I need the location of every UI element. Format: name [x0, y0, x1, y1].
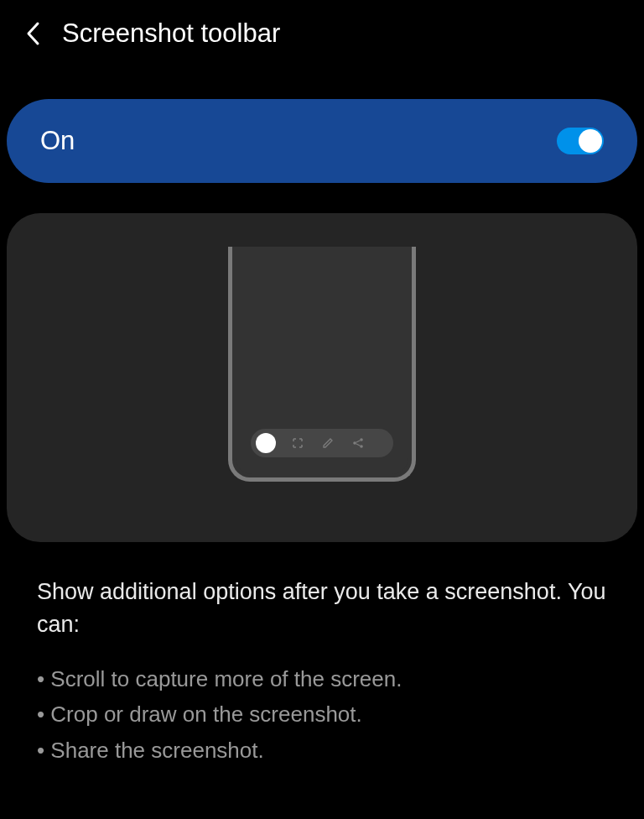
list-item: Scroll to capture more of the screen.: [37, 661, 607, 696]
svg-point-1: [353, 441, 356, 445]
page-title: Screenshot toolbar: [62, 18, 280, 49]
edit-icon: [319, 435, 336, 451]
description-title: Show additional options after you take a…: [37, 576, 607, 641]
toggle-label: On: [40, 126, 75, 156]
scroll-capture-icon: [289, 435, 306, 451]
description: Show additional options after you take a…: [0, 542, 644, 768]
phone-mockup: [228, 247, 416, 482]
toggle-switch[interactable]: [557, 128, 604, 154]
share-icon: [350, 435, 366, 451]
svg-point-2: [360, 445, 363, 448]
toggle-card[interactable]: On: [7, 99, 637, 183]
list-item: Crop or draw on the screenshot.: [37, 696, 607, 732]
toggle-knob: [579, 129, 602, 153]
svg-point-0: [360, 438, 363, 441]
phone-screen: [236, 250, 408, 474]
thumbnail-icon: [256, 433, 276, 453]
preview-card: [7, 213, 637, 542]
description-list: Scroll to capture more of the screen. Cr…: [37, 661, 607, 767]
list-item: Share the screenshot.: [37, 733, 607, 768]
back-icon[interactable]: [23, 24, 42, 43]
screenshot-toolbar-preview: [251, 429, 393, 457]
header: Screenshot toolbar: [0, 0, 644, 67]
